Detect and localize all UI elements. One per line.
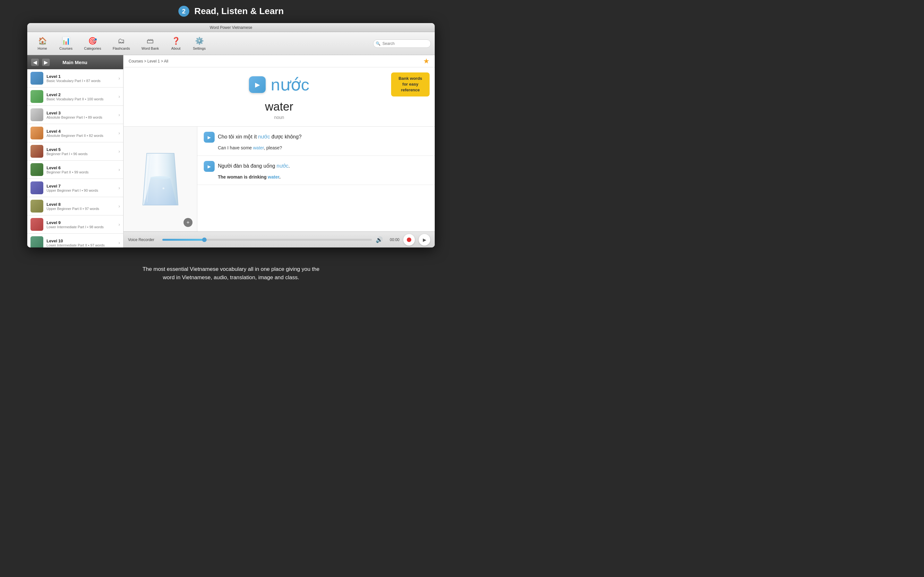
chevron-icon-3: › xyxy=(118,112,120,117)
bank-callout-button[interactable]: Bank words for easy reference xyxy=(391,73,430,97)
title-bar: Word Power Vietnamese xyxy=(27,23,435,32)
level-thumb-2 xyxy=(31,90,43,103)
sidebar-item-level-3[interactable]: Level 3 Absolute Beginner Part I • 89 wo… xyxy=(27,106,123,124)
chevron-icon-2: › xyxy=(118,94,120,99)
search-wrapper xyxy=(373,39,431,48)
toolbar-home[interactable]: 🏠 Home xyxy=(31,35,53,52)
sentence-1-eng-highlight: water xyxy=(253,145,264,150)
search-input[interactable] xyxy=(373,39,431,48)
toolbar-settings[interactable]: ⚙️ Settings xyxy=(187,35,212,52)
sentence-2-eng-highlight: water xyxy=(268,174,279,179)
chevron-icon-10: › xyxy=(118,240,120,245)
play-button[interactable]: ▶ xyxy=(419,234,430,245)
level-info-6: Level 6 Beginner Part II • 99 words xyxy=(47,165,115,174)
content-area: Courses > Level 1 > All ★ nước water nou… xyxy=(124,55,435,247)
svg-point-0 xyxy=(150,176,170,179)
sidebar-item-level-9[interactable]: Level 9 Lower Intermediate Part I • 98 w… xyxy=(27,215,123,234)
svg-point-1 xyxy=(162,187,164,189)
level-desc-2: Basic Vocabulary Part II • 100 words xyxy=(47,97,115,101)
level-thumb-10 xyxy=(31,236,43,247)
bottom-section: + Cho tôi xin một ít nước được không? xyxy=(124,127,435,231)
favorite-button[interactable]: ★ xyxy=(423,57,430,65)
chevron-icon-4: › xyxy=(118,131,120,135)
recorder-label: Voice Recorder xyxy=(128,237,158,242)
sidebar-item-level-10[interactable]: Level 10 Lower Intermediate Part II • 97… xyxy=(27,234,123,247)
level-info-4: Level 4 Absolute Beginner Part II • 82 w… xyxy=(47,129,115,137)
level-desc-7: Upper Beginner Part I • 90 words xyxy=(47,189,115,192)
level-name-3: Level 3 xyxy=(47,111,115,115)
sidebar-item-level-8[interactable]: Level 8 Upper Beginner Part II • 97 word… xyxy=(27,197,123,215)
level-name-4: Level 4 xyxy=(47,129,115,134)
sidebar-item-level-7[interactable]: Level 7 Upper Beginner Part I • 90 words… xyxy=(27,179,123,197)
sentence-1-highlight: nước xyxy=(258,134,270,139)
sentences-panel: Cho tôi xin một ít nước được không? Can … xyxy=(197,127,435,231)
breadcrumb: Courses > Level 1 > All xyxy=(129,59,168,63)
word-row: nước xyxy=(249,75,309,94)
level-desc-3: Absolute Beginner Part I • 89 words xyxy=(47,115,115,119)
record-dot-icon xyxy=(407,237,411,242)
level-info-9: Level 9 Lower Intermediate Part I • 98 w… xyxy=(47,220,115,229)
level-desc-8: Upper Beginner Part II • 97 words xyxy=(47,207,115,211)
record-button[interactable] xyxy=(403,234,415,245)
level-desc-6: Beginner Part II • 99 words xyxy=(47,170,115,174)
english-word: water xyxy=(265,100,293,113)
toolbar-wordbank[interactable]: 🗃 Word Bank xyxy=(136,35,165,52)
wordbank-icon: 🗃 xyxy=(147,37,153,45)
home-icon: 🏠 xyxy=(38,37,47,45)
level-name-5: Level 5 xyxy=(47,147,115,152)
sidebar-item-level-1[interactable]: Level 1 Basic Vocabulary Part I • 87 wor… xyxy=(27,69,123,87)
sidebar: ◀ ▶ Main Menu Level 1 Basic Vocabulary P… xyxy=(27,55,124,247)
flashcards-icon: 🗂 xyxy=(118,37,125,45)
chevron-icon-8: › xyxy=(118,203,120,209)
level-thumb-8 xyxy=(31,200,43,213)
toolbar-home-label: Home xyxy=(37,47,47,50)
sentence-2-audio-button[interactable] xyxy=(204,161,215,172)
level-thumb-6 xyxy=(31,163,43,176)
chevron-icon-7: › xyxy=(118,185,120,190)
toolbar-about[interactable]: ❓ About xyxy=(165,35,187,52)
app-window: Word Power Vietnamese 🏠 Home 📊 Courses 🎯… xyxy=(27,23,435,247)
nav-forward-arrow[interactable]: ▶ xyxy=(42,59,50,66)
about-icon: ❓ xyxy=(172,37,180,45)
level-name-8: Level 8 xyxy=(47,202,115,207)
level-thumb-3 xyxy=(31,108,43,121)
time-display: 00:00 xyxy=(387,237,399,242)
toolbar-categories-label: Categories xyxy=(84,47,101,50)
nav-back-arrow[interactable]: ◀ xyxy=(31,59,39,66)
settings-icon: ⚙️ xyxy=(195,37,204,45)
level-thumb-1 xyxy=(31,72,43,85)
toolbar-flashcards-label: Flashcards xyxy=(113,47,130,50)
app-title: Read, Listen & Learn xyxy=(194,6,284,16)
toolbar-categories[interactable]: 🎯 Categories xyxy=(78,35,107,52)
level-info-3: Level 3 Absolute Beginner Part I • 89 wo… xyxy=(47,111,115,119)
chevron-icon-6: › xyxy=(118,167,120,172)
window-title: Word Power Vietnamese xyxy=(210,25,252,30)
level-name-6: Level 6 xyxy=(47,165,115,170)
toolbar-courses[interactable]: 📊 Courses xyxy=(53,35,78,52)
toolbar-flashcards[interactable]: 🗂 Flashcards xyxy=(107,35,136,52)
toolbar-settings-label: Settings xyxy=(193,47,206,50)
word-audio-button[interactable] xyxy=(249,76,266,93)
toolbar-wordbank-label: Word Bank xyxy=(142,47,159,50)
level-name-7: Level 7 xyxy=(47,184,115,189)
vietnamese-word: nước xyxy=(271,75,309,94)
level-info-2: Level 2 Basic Vocabulary Part II • 100 w… xyxy=(47,92,115,101)
sidebar-item-level-6[interactable]: Level 6 Beginner Part II • 99 words › xyxy=(27,161,123,179)
zoom-button[interactable]: + xyxy=(184,218,192,227)
sentence-block-1: Cho tôi xin một ít nước được không? Can … xyxy=(197,127,435,156)
word-section: nước water noun Bank words for easy refe… xyxy=(124,67,435,127)
level-info-10: Level 10 Lower Intermediate Part II • 97… xyxy=(47,239,115,247)
level-name-1: Level 1 xyxy=(47,74,115,79)
level-name-10: Level 10 xyxy=(47,239,115,243)
level-thumb-9 xyxy=(31,218,43,231)
sound-wave-icon: 🔊 xyxy=(376,236,383,243)
sidebar-item-level-4[interactable]: Level 4 Absolute Beginner Part II • 82 w… xyxy=(27,124,123,142)
level-desc-10: Lower Intermediate Part II • 97 words xyxy=(47,243,115,247)
sidebar-item-level-2[interactable]: Level 2 Basic Vocabulary Part II • 100 w… xyxy=(27,87,123,106)
sentence-1-viet: Cho tôi xin một ít nước được không? xyxy=(204,132,428,143)
sidebar-item-level-5[interactable]: Level 5 Beginner Part I • 96 words › xyxy=(27,142,123,161)
level-desc-5: Beginner Part I • 96 words xyxy=(47,152,115,156)
sentence-2-viet: Người đàn bà đang uống nước. xyxy=(204,161,428,172)
progress-track[interactable] xyxy=(162,239,372,241)
sentence-1-audio-button[interactable] xyxy=(204,132,215,143)
